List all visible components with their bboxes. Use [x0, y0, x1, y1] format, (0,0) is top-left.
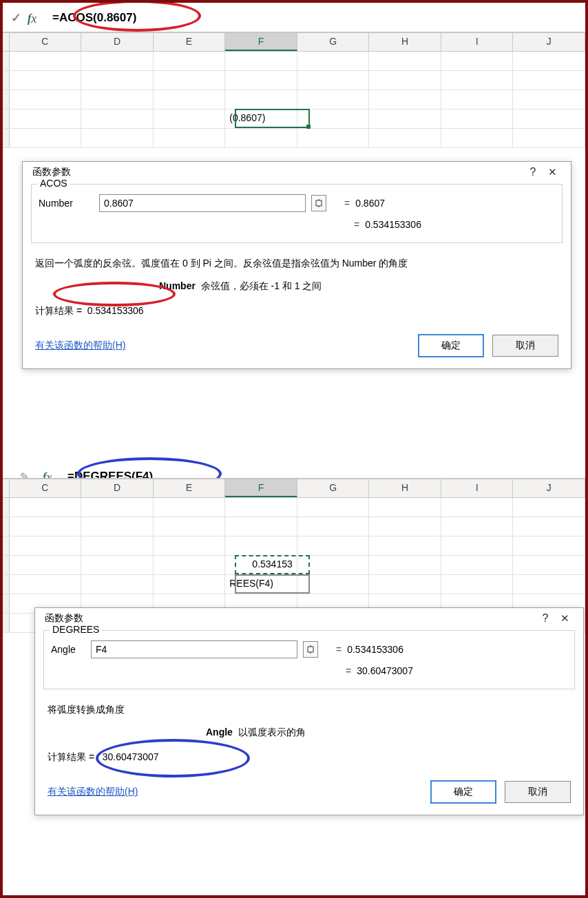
fn-description-1: 返回一个弧度的反余弦。弧度值在 0 到 Pi 之间。反余弦值是指余弦值为 Num…: [35, 255, 558, 271]
arg-eval-1: 0.8607: [355, 198, 385, 209]
arg-label-number: Number: [39, 198, 94, 209]
arg-label-angle: Angle: [51, 644, 85, 655]
ok-button-1[interactable]: 确定: [418, 334, 484, 357]
accept-formula-icon[interactable]: ✓: [10, 10, 22, 25]
equals-label-2: =: [354, 219, 359, 230]
ok-button-2[interactable]: 确定: [430, 780, 496, 804]
col-hdr2-F[interactable]: F: [225, 479, 297, 497]
col-hdr-J[interactable]: J: [513, 33, 585, 51]
equals-label: =: [344, 198, 350, 209]
cell-F5[interactable]: REES(F4): [225, 575, 297, 594]
cell-F4[interactable]: 0.534153: [225, 556, 297, 574]
arg-input-angle[interactable]: [91, 640, 297, 658]
cancel-button-2[interactable]: 取消: [505, 781, 571, 803]
equals-label-4: =: [346, 665, 351, 676]
formula-bar-1: ✓ fx: [3, 3, 585, 32]
arg-description-2: Angle 以弧度表示的角: [48, 727, 571, 739]
dialog-title-1: 函数参数: [32, 166, 524, 178]
equals-label-3: =: [336, 644, 342, 655]
function-args-dialog-1: 函数参数 ? ✕ ACOS Number = 0.8607 = 0.534153…: [22, 161, 571, 369]
result-row-2: 计算结果 = 30.60473007: [48, 751, 571, 764]
help-icon[interactable]: ?: [524, 166, 542, 178]
fn-description-2: 将弧度转换成角度: [48, 702, 571, 717]
formula-input-1[interactable]: [48, 8, 581, 28]
function-name-2: DEGREES: [50, 624, 102, 635]
col-hdr2-C[interactable]: C: [10, 479, 82, 497]
fx-icon[interactable]: fx: [28, 11, 43, 25]
active-cell-F[interactable]: (0.8607): [225, 109, 297, 128]
help-icon-2[interactable]: ?: [536, 612, 554, 625]
col-hdr-D[interactable]: D: [81, 33, 154, 51]
col-hdr-F[interactable]: F: [225, 33, 297, 51]
active-row-1: (0.8607): [3, 109, 585, 129]
grid-area-1: C D E F G H I J (0.8607): [3, 33, 585, 148]
range-selector-icon-2[interactable]: [303, 641, 318, 658]
col-hdr-G[interactable]: G: [297, 33, 370, 51]
help-link-1[interactable]: 有关该函数的帮助(H): [35, 340, 125, 352]
dialog-title-2: 函数参数: [45, 612, 536, 625]
col-hdr2-J[interactable]: J: [513, 479, 585, 497]
col-hdr2-G[interactable]: G: [297, 479, 370, 497]
col-hdr2-I[interactable]: I: [441, 479, 514, 497]
result-row-1: 计算结果 = 0.534153306: [35, 305, 558, 317]
col-hdr2-D[interactable]: D: [81, 479, 154, 497]
range-selector-icon[interactable]: [311, 195, 326, 211]
col-hdr-C[interactable]: C: [10, 33, 82, 51]
help-link-2[interactable]: 有关该函数的帮助(H): [48, 786, 138, 798]
column-headers-2: C D E F G H I J: [3, 479, 585, 498]
col-hdr2-E[interactable]: E: [154, 479, 226, 497]
arg-description-1: Number 余弦值，必须在 -1 和 1 之间: [35, 280, 558, 293]
col-hdr-E[interactable]: E: [154, 33, 226, 51]
cancel-button-1[interactable]: 取消: [492, 335, 558, 357]
annotated-screenshot-frame: ✓ fx C D E F G H I J (0.8607): [0, 0, 588, 898]
close-icon-2[interactable]: ✕: [554, 612, 575, 625]
arg-input-number[interactable]: [99, 194, 306, 212]
col-hdr-I[interactable]: I: [441, 33, 514, 51]
col-hdr2-H[interactable]: H: [369, 479, 441, 497]
arg-eval-2: 0.534153306: [347, 644, 403, 655]
close-icon[interactable]: ✕: [542, 166, 563, 178]
fn-eval-1: 0.534153306: [365, 219, 421, 230]
fn-eval-2: 30.60473007: [357, 665, 413, 676]
argument-group-2: DEGREES Angle = 0.534153306 = 30.6047300…: [43, 630, 575, 689]
column-headers-1: C D E F G H I J: [3, 33, 585, 52]
function-args-dialog-2: 函数参数 ? ✕ DEGREES Angle = 0.534153306 = 3…: [34, 607, 584, 815]
function-name-1: ACOS: [37, 178, 70, 189]
col-hdr-H[interactable]: H: [369, 33, 441, 51]
argument-group-1: ACOS Number = 0.8607 = 0.534153306: [31, 184, 563, 243]
